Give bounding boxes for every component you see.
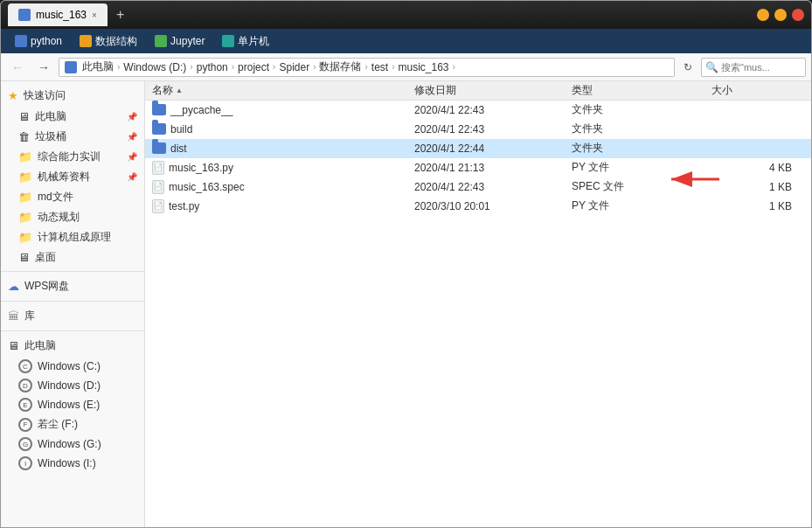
divider-1 — [1, 271, 144, 272]
col-name[interactable]: 名称 ▲ — [149, 83, 411, 98]
file-row-testpy[interactable]: 📄 test.py 2020/3/10 20:01 PY 文件 1 KB — [145, 197, 811, 216]
file-modified-pycache: 2020/4/1 22:43 — [411, 104, 568, 116]
breadcrumb-spider[interactable]: Spider — [277, 61, 311, 73]
sidebar-item-dp[interactable]: 📁 动态规划 — [1, 207, 144, 227]
drive-d-label: Windows (D:) — [38, 379, 101, 392]
breadcrumb-test[interactable]: test — [370, 61, 390, 73]
library-header[interactable]: 🏛 库 — [1, 305, 144, 327]
col-size-label: 大小 — [711, 83, 732, 98]
col-name-label: 名称 — [152, 83, 173, 98]
back-button[interactable]: ← — [6, 59, 29, 76]
address-bar[interactable]: 此电脑 › Windows (D:) › python › project › … — [59, 58, 675, 77]
pin-icon: 📌 — [127, 112, 137, 122]
breadcrumb-project[interactable]: project — [236, 61, 271, 73]
search-input[interactable] — [721, 62, 782, 73]
sidebar-item-desktop[interactable]: 🖥 桌面 — [1, 247, 144, 267]
active-tab[interactable]: music_163 × — [8, 3, 108, 26]
close-button[interactable] — [792, 9, 804, 21]
bookmark-microcontroller[interactable]: 单片机 — [215, 32, 276, 51]
new-tab-button[interactable]: + — [111, 7, 129, 23]
pc-icon: 🖥 — [8, 339, 19, 352]
folder-icon-org: 📁 — [18, 231, 32, 244]
divider-2 — [1, 301, 144, 302]
drive-i-label: Windows (I:) — [38, 457, 96, 469]
file-list-header: 名称 ▲ 修改日期 类型 大小 — [145, 81, 811, 101]
file-name-label-build: build — [170, 123, 192, 135]
navigation-bar: ← → 此电脑 › Windows (D:) › python › projec… — [1, 53, 811, 81]
sidebar: ★ 快速访问 🖥 此电脑 📌 🗑 垃圾桶 📌 📁 综合能力实训 📌 — [1, 81, 145, 527]
sidebar-item-comprehensive[interactable]: 📁 综合能力实训 📌 — [1, 147, 144, 167]
col-type[interactable]: 类型 — [568, 83, 708, 98]
this-pc-header[interactable]: 🖥 此电脑 — [1, 335, 144, 357]
breadcrumb-data-storage[interactable]: 数据存储 — [317, 59, 363, 74]
breadcrumb-this-pc[interactable]: 此电脑 — [80, 59, 115, 74]
drive-e[interactable]: E Windows (E:) — [1, 395, 144, 414]
file-row-music163spec[interactable]: 📄 music_163.spec 2020/4/1 22:43 SPEC 文件 … — [145, 177, 811, 197]
drive-e-label: Windows (E:) — [38, 399, 100, 411]
folder-icon-build — [152, 123, 166, 135]
sidebar-item-md[interactable]: 📁 md文件 — [1, 187, 144, 207]
py-icon-test: 📄 — [152, 199, 164, 213]
title-bar-left: music_163 × + — [8, 3, 753, 26]
file-name-music163py: 📄 music_163.py — [149, 161, 411, 175]
drive-f[interactable]: F 若尘 (F:) — [1, 414, 144, 434]
sidebar-comprehensive-label: 综合能力实训 — [38, 149, 101, 164]
refresh-button[interactable]: ↻ — [678, 59, 697, 75]
file-name-testpy: 📄 test.py — [149, 199, 411, 213]
file-explorer-window: music_163 × + python 数据结构 Jupyter 单片机 — [0, 0, 812, 528]
drive-f-label: 若尘 (F:) — [38, 417, 78, 432]
forward-button[interactable]: → — [32, 59, 55, 76]
wps-section: ☁ WPS网盘 — [1, 275, 144, 297]
file-type-pycache: 文件夹 — [568, 102, 708, 117]
file-row-pycache[interactable]: __pycache__ 2020/4/1 22:43 文件夹 — [145, 101, 811, 120]
wps-header[interactable]: ☁ WPS网盘 — [1, 275, 144, 297]
star-icon: ★ — [8, 89, 18, 102]
spec-icon-music163: 📄 — [152, 180, 164, 194]
file-row-music163py[interactable]: 📄 music_163.py 2020/4/1 21:13 PY 文件 4 KB — [145, 158, 811, 177]
pin-icon-3: 📌 — [127, 152, 137, 162]
sidebar-item-this-pc[interactable]: 🖥 此电脑 📌 — [1, 107, 144, 127]
main-content: ★ 快速访问 🖥 此电脑 📌 🗑 垃圾桶 📌 📁 综合能力实训 📌 — [1, 81, 811, 527]
file-row-build[interactable]: build 2020/4/1 22:43 文件夹 — [145, 120, 811, 139]
folder-icon-dp: 📁 — [18, 211, 32, 224]
drive-c[interactable]: C Windows (C:) — [1, 357, 144, 376]
bookmark-jupyter[interactable]: Jupyter — [148, 33, 212, 49]
trash-icon: 🗑 — [18, 130, 30, 143]
drive-g[interactable]: G Windows (G:) — [1, 434, 144, 454]
drive-c-label: Windows (C:) — [38, 360, 101, 372]
pin-icon-2: 📌 — [127, 132, 137, 142]
maximize-button[interactable] — [774, 9, 787, 21]
file-modified-music163spec: 2020/4/1 22:43 — [411, 181, 568, 193]
tab-close-button[interactable]: × — [92, 10, 97, 20]
sidebar-org-label: 计算机组成原理 — [38, 230, 111, 245]
file-type-testpy: PY 文件 — [568, 198, 708, 213]
file-row-dist[interactable]: dist 2020/4/1 22:44 文件夹 — [145, 139, 811, 158]
cloud-icon: ☁ — [8, 280, 19, 293]
folder-icon-md: 📁 — [18, 191, 32, 204]
drive-d[interactable]: D Windows (D:) — [1, 376, 144, 395]
minimize-button[interactable] — [757, 9, 769, 21]
bookmark-data-structure[interactable]: 数据结构 — [73, 32, 144, 51]
bookmark-python[interactable]: python — [8, 33, 69, 49]
sidebar-item-mechanical[interactable]: 📁 机械筹资料 📌 — [1, 167, 144, 187]
bookmark-micro-label: 单片机 — [238, 34, 269, 49]
file-name-label-dist: dist — [170, 142, 187, 155]
window-controls — [757, 9, 804, 21]
breadcrumb-windows-d[interactable]: Windows (D:) — [121, 61, 188, 73]
drive-i[interactable]: I Windows (I:) — [1, 454, 144, 473]
breadcrumb-music163[interactable]: music_163 — [397, 61, 451, 73]
sidebar-item-computer-org[interactable]: 📁 计算机组成原理 — [1, 227, 144, 247]
file-name-label-pycache: __pycache__ — [170, 104, 232, 116]
sidebar-item-trash[interactable]: 🗑 垃圾桶 📌 — [1, 127, 144, 147]
file-name-label-music163py: music_163.py — [169, 162, 233, 174]
drive-g-label: Windows (G:) — [38, 438, 101, 450]
breadcrumb-python[interactable]: python — [195, 61, 230, 73]
col-modified[interactable]: 修改日期 — [411, 83, 568, 98]
computer-icon: 🖥 — [18, 110, 30, 123]
drive-e-icon: E — [18, 398, 32, 412]
col-size[interactable]: 大小 — [708, 83, 795, 98]
search-box[interactable]: 🔍 — [701, 58, 806, 77]
drive-i-icon: I — [18, 456, 32, 470]
quick-access-header[interactable]: ★ 快速访问 — [1, 85, 144, 107]
folder-icon-mechanical: 📁 — [18, 170, 32, 184]
